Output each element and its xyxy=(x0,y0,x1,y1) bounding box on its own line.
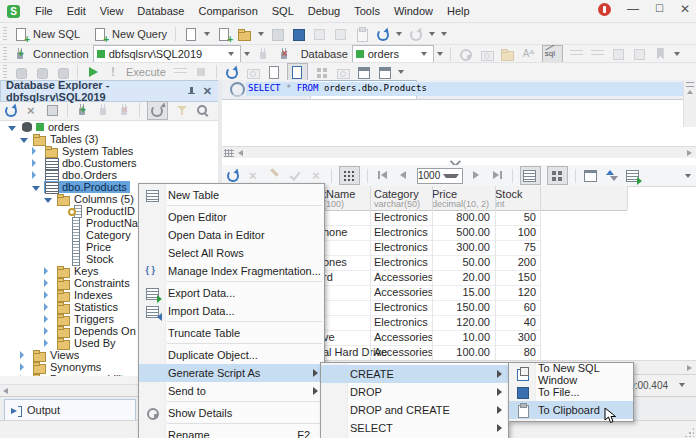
menu-help[interactable]: Help xyxy=(440,2,477,20)
open-file-icon[interactable] xyxy=(237,27,252,42)
chevron-down-icon[interactable] xyxy=(441,32,447,36)
connection-dropdown-icon[interactable] xyxy=(244,52,250,56)
export-grid-icon[interactable] xyxy=(625,168,640,183)
execute-button[interactable]: Execute xyxy=(126,66,166,78)
new-connection-icon[interactable] xyxy=(75,103,90,118)
toolbar-grip[interactable] xyxy=(3,47,7,61)
menu-item-truncate-table[interactable]: Truncate Table xyxy=(139,324,324,342)
minimize-icon[interactable]: — xyxy=(627,2,639,16)
menu-item-manage-index-fragmentation[interactable]: Manage Index Fragmentation... xyxy=(139,262,324,280)
expand-arrow-icon[interactable] xyxy=(44,279,48,287)
menu-database[interactable]: Database xyxy=(130,2,191,20)
stop-icon[interactable] xyxy=(194,65,209,80)
history-icon[interactable] xyxy=(224,65,239,80)
menu-comparison[interactable]: Comparison xyxy=(191,2,264,20)
refresh-icon[interactable] xyxy=(3,103,18,118)
column-header-icon[interactable] xyxy=(583,168,598,183)
new-sql-button[interactable]: New SQL xyxy=(33,28,80,40)
cut-icon[interactable] xyxy=(312,27,327,42)
database-icon[interactable] xyxy=(55,65,70,80)
auto-refresh-icon[interactable] xyxy=(147,101,168,120)
menu-item-generate-script-as[interactable]: Generate Script As xyxy=(139,364,324,382)
close-icon[interactable]: ✕ xyxy=(680,2,690,16)
sql-statement[interactable]: SELECT * FROM orders.dbo.Products xyxy=(248,83,427,93)
menu-item-to-new-sql-window[interactable]: To New SQL Window xyxy=(509,365,633,383)
grid-view-icon[interactable] xyxy=(520,166,541,185)
new-window-icon[interactable] xyxy=(183,27,198,42)
card-view-icon[interactable] xyxy=(547,166,568,185)
scroll-right-icon[interactable] xyxy=(687,365,692,371)
close-icon[interactable]: ✕ xyxy=(203,85,215,98)
page-size-combobox[interactable]: 1000 xyxy=(417,168,463,184)
menu-debug[interactable]: Debug xyxy=(301,2,347,20)
results-pane-icon[interactable] xyxy=(287,63,308,82)
expand-arrow-icon[interactable] xyxy=(32,171,36,179)
menu-item-drop-and-create[interactable]: DROP and CREATE xyxy=(321,401,508,419)
scroll-left-icon[interactable] xyxy=(3,388,8,394)
execute-to-cursor-icon[interactable] xyxy=(173,65,188,80)
menu-item-new-table[interactable]: New Table xyxy=(139,186,324,204)
expand-arrow-icon[interactable] xyxy=(20,363,24,371)
tree-item-tables-3[interactable]: Tables (3) xyxy=(0,133,218,145)
expand-arrow-icon[interactable] xyxy=(20,351,24,359)
tree-item-orders[interactable]: orders xyxy=(0,121,218,133)
toolbar-grip[interactable] xyxy=(3,65,7,79)
menu-item-send-to[interactable]: Send to xyxy=(139,382,324,400)
undo-icon[interactable] xyxy=(375,27,390,42)
chevron-down-icon[interactable] xyxy=(258,32,264,36)
format-profile-icon[interactable] xyxy=(458,47,473,62)
chevron-down-icon[interactable] xyxy=(204,32,210,36)
expand-arrow-icon[interactable] xyxy=(44,327,48,335)
menu-item-to-file[interactable]: To File... xyxy=(509,383,633,401)
collapse-arrow-icon[interactable] xyxy=(8,126,16,131)
expand-arrow-icon[interactable] xyxy=(32,159,36,167)
prev-page-icon[interactable] xyxy=(396,168,411,183)
expand-arrow-icon[interactable] xyxy=(44,291,48,299)
delete-icon[interactable] xyxy=(24,103,39,118)
menu-item-create[interactable]: CREATE xyxy=(321,365,508,383)
connection-combobox[interactable]: dbfsqlsrv\SQL2019 xyxy=(93,45,241,63)
query-plan-icon[interactable] xyxy=(266,65,281,80)
disconnect-icon[interactable] xyxy=(277,47,292,62)
indent-icon[interactable] xyxy=(569,47,584,62)
cancel-icon[interactable] xyxy=(246,168,261,183)
menu-item-import-data[interactable]: Import Data... xyxy=(139,302,324,320)
filter-icon[interactable] xyxy=(174,103,189,118)
connect-icon[interactable] xyxy=(256,47,271,62)
properties-icon[interactable] xyxy=(45,103,60,118)
menu-view[interactable]: View xyxy=(93,2,131,20)
last-page-icon[interactable] xyxy=(490,168,505,183)
chevron-down-icon[interactable] xyxy=(679,383,685,387)
outdent-icon[interactable] xyxy=(590,47,605,62)
menu-item-select-all-rows[interactable]: Select All Rows xyxy=(139,244,324,262)
refresh-grid-icon[interactable] xyxy=(225,168,240,183)
redo-icon[interactable] xyxy=(408,27,423,42)
menu-sql[interactable]: SQL xyxy=(265,2,301,20)
scroll-right-icon[interactable] xyxy=(687,150,692,156)
comment-icon[interactable] xyxy=(611,47,626,62)
copy-icon[interactable] xyxy=(333,27,348,42)
database-icon[interactable] xyxy=(13,65,28,80)
explorer-header[interactable]: Database Explorer - dbfsqlsrv\SQL2019 ✕ xyxy=(0,80,220,102)
tree-item-system-tables[interactable]: System Tables xyxy=(0,145,218,157)
execute-play-icon[interactable] xyxy=(85,65,100,80)
paste-icon[interactable] xyxy=(354,27,369,42)
database-dropdown-icon[interactable] xyxy=(437,52,443,56)
expand-arrow-icon[interactable] xyxy=(44,339,48,347)
save-icon[interactable] xyxy=(270,27,285,42)
toolbar-grip[interactable] xyxy=(3,27,7,41)
menu-item-open-editor[interactable]: Open Editor xyxy=(139,208,324,226)
collapse-arrow-icon[interactable] xyxy=(32,186,40,191)
new-file-icon[interactable] xyxy=(216,27,231,42)
notification-badge-icon[interactable] xyxy=(598,3,611,16)
format-sql-icon[interactable] xyxy=(542,45,563,64)
expand-arrow-icon[interactable] xyxy=(20,375,24,376)
find-sort-icon[interactable] xyxy=(604,168,619,183)
menu-item-drop[interactable]: DROP xyxy=(321,383,508,401)
layout-icon[interactable] xyxy=(314,65,329,80)
first-page-icon[interactable] xyxy=(375,168,390,183)
resize-grip-icon[interactable] xyxy=(684,427,694,437)
collapse-arrow-icon[interactable] xyxy=(20,138,28,143)
sql-editor[interactable]: SELECT * FROM orders.dbo.Products xyxy=(222,100,696,147)
expand-arrow-icon[interactable] xyxy=(44,315,48,323)
